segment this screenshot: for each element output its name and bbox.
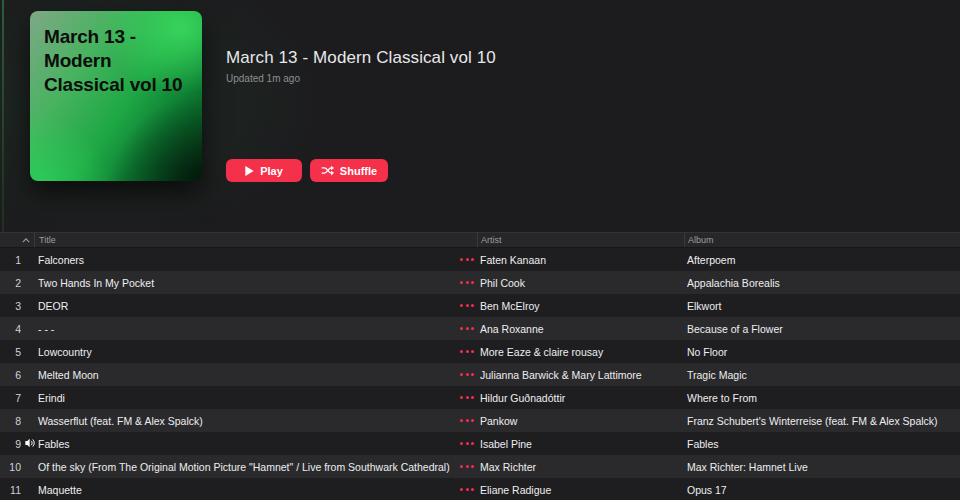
shuffle-icon — [321, 165, 334, 176]
track-title: Wasserflut (feat. FM & Alex Spalck) — [38, 415, 460, 427]
track-album[interactable]: Appalachia Borealis — [685, 277, 960, 289]
more-options-button[interactable] — [460, 419, 478, 422]
more-options-button[interactable] — [460, 465, 478, 468]
track-number: 10 — [0, 461, 21, 473]
sort-indicator-column[interactable] — [0, 233, 34, 247]
shuffle-button-label: Shuffle — [340, 165, 377, 177]
track-number: 6 — [0, 369, 21, 381]
column-header-album[interactable]: Album — [684, 233, 960, 247]
more-options-icon — [460, 258, 474, 261]
track-number: 9 — [0, 438, 21, 450]
track-artist[interactable]: Ana Roxanne — [478, 323, 685, 335]
artwork-title-text: March 13 - Modern Classical vol 10 — [30, 11, 202, 97]
play-button-label: Play — [260, 165, 283, 177]
table-row[interactable]: 10 Of the sky (From The Original Motion … — [0, 455, 960, 478]
track-album[interactable]: Fables — [685, 438, 960, 450]
updated-timestamp: Updated 1m ago — [226, 73, 300, 84]
more-options-button[interactable] — [460, 488, 478, 491]
more-options-button[interactable] — [460, 396, 478, 399]
track-artist[interactable]: Isabel Pine — [478, 438, 685, 450]
chevron-up-icon — [22, 235, 30, 245]
playlist-header: March 13 - Modern Classical vol 10 March… — [0, 0, 960, 232]
track-album[interactable]: Tragic Magic — [685, 369, 960, 381]
more-options-button[interactable] — [460, 350, 478, 353]
track-album[interactable]: Opus 17 — [685, 484, 960, 496]
table-header-row: Title Artist Album — [0, 232, 960, 248]
track-table: Title Artist Album 1 Falconers Faten Kan… — [0, 232, 960, 500]
track-album[interactable]: Where to From — [685, 392, 960, 404]
more-options-icon — [460, 281, 474, 284]
column-header-title[interactable]: Title — [34, 233, 477, 247]
playlist-actions: Play Shuffle — [226, 159, 388, 182]
track-number: 7 — [0, 392, 21, 404]
track-title: DEOR — [38, 300, 460, 312]
track-artist[interactable]: Pankow — [478, 415, 685, 427]
more-options-icon — [460, 373, 474, 376]
track-artist[interactable]: Max Richter — [478, 461, 685, 473]
table-row[interactable]: 5 Lowcountry More Eaze & claire rousay N… — [0, 340, 960, 363]
play-icon — [245, 166, 254, 176]
more-options-button[interactable] — [460, 258, 478, 261]
more-options-icon — [460, 396, 474, 399]
more-options-icon — [460, 488, 474, 491]
track-rows: 1 Falconers Faten Kanaan Afterpoem 2 — [0, 248, 960, 500]
track-title: Maquette — [38, 484, 460, 496]
table-row[interactable]: 6 Melted Moon Julianna Barwick & Mary La… — [0, 363, 960, 386]
table-row[interactable]: 8 Wasserflut (feat. FM & Alex Spalck) Pa… — [0, 409, 960, 432]
track-number: 8 — [0, 415, 21, 427]
track-title: Fables — [38, 438, 460, 450]
table-row[interactable]: 7 Erindi Hildur Guðnadóttir Where to Fro… — [0, 386, 960, 409]
table-row[interactable]: 11 Maquette Eliane Radigue Opus 17 — [0, 478, 960, 500]
shuffle-button[interactable]: Shuffle — [310, 159, 388, 182]
track-number: 3 — [0, 300, 21, 312]
track-number: 11 — [0, 484, 21, 496]
more-options-icon — [460, 465, 474, 468]
music-app-window: March 13 - Modern Classical vol 10 March… — [0, 0, 960, 500]
playlist-artwork[interactable]: March 13 - Modern Classical vol 10 — [30, 11, 202, 181]
track-artist[interactable]: Ben McElroy — [478, 300, 685, 312]
more-options-button[interactable] — [460, 327, 478, 330]
track-album[interactable]: Elkwort — [685, 300, 960, 312]
track-artist[interactable]: Faten Kanaan — [478, 254, 685, 266]
track-number: 2 — [0, 277, 21, 289]
track-number: 5 — [0, 346, 21, 358]
more-options-icon — [460, 327, 474, 330]
track-album[interactable]: Max Richter: Hamnet Live — [685, 461, 960, 473]
track-artist[interactable]: Hildur Guðnadóttir — [478, 392, 685, 404]
more-options-button[interactable] — [460, 304, 478, 307]
track-title: Melted Moon — [38, 369, 460, 381]
column-header-artist[interactable]: Artist — [477, 233, 684, 247]
table-row[interactable]: 9 Fables Isabel Pine Fables — [0, 432, 960, 455]
track-title: Of the sky (From The Original Motion Pic… — [38, 461, 460, 473]
track-number: 1 — [0, 254, 21, 266]
track-artist[interactable]: More Eaze & claire rousay — [478, 346, 685, 358]
table-row[interactable]: 4 - - - Ana Roxanne Because of a Flower — [0, 317, 960, 340]
more-options-button[interactable] — [460, 373, 478, 376]
track-album[interactable]: Franz Schubert's Winterreise (feat. FM &… — [685, 415, 960, 427]
page-title: March 13 - Modern Classical vol 10 — [226, 48, 496, 68]
more-options-icon — [460, 419, 474, 422]
track-title: Erindi — [38, 392, 460, 404]
more-options-button[interactable] — [460, 442, 478, 445]
track-album[interactable]: No Floor — [685, 346, 960, 358]
more-options-icon — [460, 304, 474, 307]
track-artist[interactable]: Phil Cook — [478, 277, 685, 289]
play-button[interactable]: Play — [226, 159, 302, 182]
track-album[interactable]: Afterpoem — [685, 254, 960, 266]
more-options-icon — [460, 350, 474, 353]
track-artist[interactable]: Eliane Radigue — [478, 484, 685, 496]
table-row[interactable]: 2 Two Hands In My Pocket Phil Cook Appal… — [0, 271, 960, 294]
table-row[interactable]: 3 DEOR Ben McElroy Elkwort — [0, 294, 960, 317]
track-title: Falconers — [38, 254, 460, 266]
table-row[interactable]: 1 Falconers Faten Kanaan Afterpoem — [0, 248, 960, 271]
track-title: - - - — [38, 323, 460, 335]
track-title: Lowcountry — [38, 346, 460, 358]
more-options-icon — [460, 442, 474, 445]
track-album[interactable]: Because of a Flower — [685, 323, 960, 335]
track-title: Two Hands In My Pocket — [38, 277, 460, 289]
more-options-button[interactable] — [460, 281, 478, 284]
track-number: 4 — [0, 323, 21, 335]
speaker-icon — [24, 438, 36, 450]
now-playing-slot — [21, 438, 38, 450]
track-artist[interactable]: Julianna Barwick & Mary Lattimore — [478, 369, 685, 381]
